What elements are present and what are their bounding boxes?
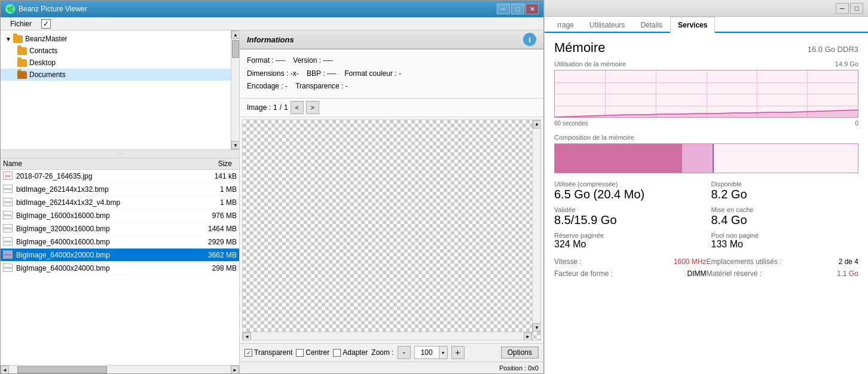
transparent-checkbox[interactable] — [244, 349, 252, 357]
file-size: 976 MB — [189, 211, 237, 220]
adapter-checkbox-label[interactable]: Adapter — [333, 348, 368, 357]
image-scrollbar-h[interactable]: ◄ ► — [243, 332, 532, 340]
scroll-up-btn[interactable]: ▲ — [231, 30, 239, 39]
options-button[interactable]: Options — [501, 347, 539, 358]
info-button[interactable]: i — [523, 33, 536, 46]
image-nav-label: Image : — [247, 103, 271, 112]
img-scroll-right[interactable]: ► — [524, 332, 532, 341]
file-name: BigImage_64000x24000.bmp — [16, 264, 189, 272]
file-thumb-img: bmp — [3, 224, 13, 232]
close-button[interactable]: ✕ — [525, 4, 539, 14]
zoom-minus-btn[interactable]: - — [398, 346, 411, 359]
file-row[interactable]: bmp BigImage_64000x24000.bmp 298 MB — [1, 262, 239, 275]
main-content: ▼ BeanzMaster Contacts Desktop Documents — [1, 30, 543, 373]
stat-available-value: 8.2 Go — [711, 188, 859, 201]
checkbox-indicator[interactable]: ✓ — [41, 19, 51, 29]
stat-validated-value: 8.5/15.9 Go — [554, 213, 702, 227]
zoom-input[interactable] — [415, 347, 439, 358]
img-scroll-up[interactable]: ▲ — [533, 120, 541, 128]
tab-rrage[interactable]: rrage — [549, 17, 582, 33]
tree-contacts[interactable]: Contacts — [1, 45, 239, 57]
minimize-button[interactable]: ─ — [497, 4, 510, 14]
file-thumb: bmp — [3, 263, 14, 273]
center-checkbox-label[interactable]: Centrer — [296, 348, 329, 357]
left-scroll-btn[interactable]: ◄ — [1, 366, 9, 373]
toolbar-bottom: Transparent Centrer Adapter Zoom : - ▼ +… — [240, 343, 543, 361]
zoom-select-wrapper: ▼ — [414, 346, 448, 359]
stat-nonpaged-pool-label: Pool non paginé — [711, 232, 859, 239]
next-image-btn[interactable]: > — [306, 101, 319, 114]
transparency-label: Transparence : — [295, 82, 343, 90]
h-scrollbar-thumb[interactable] — [17, 366, 107, 373]
file-row[interactable]: bmp bidImage_262144x1x32_v4.bmp 1 MB — [1, 196, 239, 209]
position-status: Position : 0x0 — [499, 364, 539, 372]
file-thumb: bmp — [3, 224, 14, 234]
color-format-label: Format couleur : — [344, 69, 396, 78]
file-row[interactable]: bmp bidImage_262144x1x32.bmp 1 MB — [1, 183, 239, 196]
checkerboard-bg — [243, 120, 540, 340]
tree-scrollbar[interactable]: ▲ ▼ — [231, 30, 239, 149]
image-separator: / — [280, 103, 282, 112]
version-value: ---- — [323, 56, 332, 65]
stats-grid: Utilisée (compressée) 6.5 Go (20.4 Mo) D… — [554, 180, 858, 250]
file-browser: ▼ BeanzMaster Contacts Desktop Documents — [1, 30, 240, 373]
zoom-plus-btn[interactable]: + — [451, 346, 464, 359]
tree-root[interactable]: ▼ BeanzMaster — [1, 33, 239, 45]
stat-validated-label: Validée — [554, 206, 702, 213]
file-name: bidImage_262144x1x32_v4.bmp — [16, 198, 189, 207]
zoom-label: Zoom : — [371, 348, 393, 357]
taskman-tabs: rrage Utilisateurs Détails Services — [545, 17, 868, 33]
tree-desktop[interactable]: Desktop — [1, 57, 239, 69]
prev-image-btn[interactable]: < — [291, 101, 304, 114]
file-thumb: bmp — [3, 185, 14, 194]
stat-nonpaged-pool: Pool non paginé 133 Mo — [711, 232, 859, 250]
center-checkbox[interactable] — [296, 349, 304, 357]
file-row[interactable]: bmp BigImage_32000x16000.bmp 1464 MB — [1, 222, 239, 235]
taskman-minimize-btn[interactable]: ─ — [836, 3, 849, 14]
right-scroll-btn[interactable]: ► — [231, 366, 239, 373]
folder-icon — [13, 35, 23, 43]
file-size: 298 MB — [189, 264, 237, 272]
bottom-scrollbar: ◄ ► — [1, 365, 239, 373]
color-format-value: - — [399, 69, 401, 78]
scroll-thumb[interactable] — [232, 40, 239, 58]
transparent-checkbox-label[interactable]: Transparent — [244, 348, 292, 357]
info-format-line: Format : ---- Version : ---- — [247, 54, 536, 68]
version-label: Version : — [293, 56, 321, 65]
file-row[interactable]: jpg 2018-07-26_164635.jpg 141 kB — [1, 170, 239, 183]
img-scroll-down[interactable]: ▼ — [533, 323, 541, 332]
stat-paged-reserve: Réserve paginée 324 Mo — [554, 232, 702, 250]
taskman-maximize-btn[interactable]: □ — [850, 3, 863, 14]
file-thumb-img: bmp — [3, 198, 13, 206]
maximize-button[interactable]: □ — [511, 4, 524, 14]
graph-labels: 60 secondes 0 — [554, 120, 858, 127]
spec-emplacements: Emplacements utilisés : 2 de 4 — [707, 257, 859, 266]
spec-vitesse-val: 1600 MHz — [674, 257, 707, 266]
tab-services[interactable]: Services — [670, 17, 715, 33]
tree-documents[interactable]: Documents — [1, 69, 239, 81]
stat-used-label: Utilisée (compressée) — [554, 180, 702, 188]
spec-materiel: Matériel réservé : 1.1 Go — [707, 269, 859, 278]
zoom-dropdown-btn[interactable]: ▼ — [439, 347, 447, 358]
file-row[interactable]: bmp BigImage_16000x16000.bmp 976 MB — [1, 209, 239, 222]
memory-spec: 16.0 Go DDR3 — [808, 45, 858, 54]
stat-paged-reserve-value: 324 Mo — [554, 239, 702, 250]
file-row-selected[interactable]: bmp BigImage_64000x20000.bmp 3662 MB — [1, 249, 239, 262]
scroll-down-btn[interactable]: ▼ — [231, 141, 239, 149]
img-scroll-left[interactable]: ◄ — [243, 332, 251, 341]
tab-details[interactable]: Détails — [632, 17, 670, 33]
file-thumb-img: jpg — [3, 171, 13, 180]
menu-fichier[interactable]: Fichier — [5, 19, 36, 29]
stat-available: Disponible 8.2 Go — [711, 180, 859, 201]
info-title: Informations — [247, 35, 294, 44]
file-name: bidImage_262144x1x32.bmp — [16, 185, 189, 194]
info-bar: Informations i — [240, 30, 543, 50]
image-panel: Informations i Format : ---- Version : -… — [240, 30, 543, 373]
adapter-checkbox[interactable] — [333, 349, 341, 357]
tab-utilisateurs[interactable]: Utilisateurs — [582, 17, 632, 33]
transparent-label: Transparent — [254, 348, 292, 357]
dimensions-value: -x- — [291, 69, 299, 78]
adapter-label: Adapter — [343, 348, 368, 357]
image-scrollbar-v[interactable]: ▲ ▼ — [532, 120, 540, 332]
file-row[interactable]: bmp BigImage_64000x16000.bmp 2929 MB — [1, 235, 239, 249]
